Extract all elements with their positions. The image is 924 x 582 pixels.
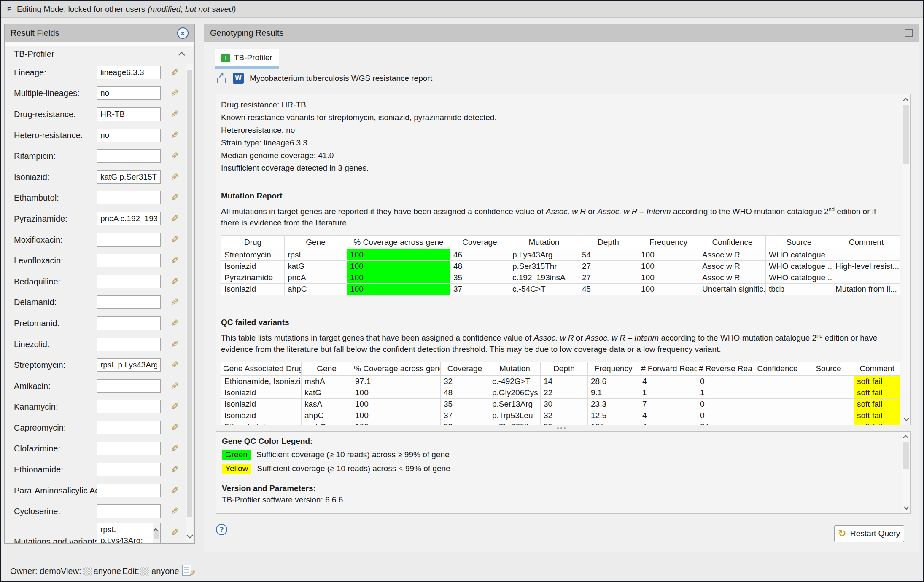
- chevron-up-icon[interactable]: [903, 435, 908, 440]
- textarea-scrollbar[interactable]: [153, 523, 160, 543]
- edit-pencil-icon[interactable]: ✎: [171, 108, 179, 120]
- column-header[interactable]: Comment: [854, 362, 900, 376]
- report-link-row[interactable]: ↗ W Mycobacterium tuberculosis WGS resis…: [216, 72, 432, 85]
- column-header[interactable]: Mutation: [489, 362, 541, 376]
- column-header[interactable]: # Reverse Rea...: [697, 362, 752, 376]
- field-input-lineage[interactable]: [97, 66, 161, 79]
- field-input-linezolid[interactable]: [97, 338, 161, 351]
- chevron-up-icon[interactable]: [903, 98, 908, 103]
- field-input-capreomycin[interactable]: [97, 421, 161, 434]
- view-value[interactable]: anyone: [94, 566, 121, 576]
- edit-pencil-icon[interactable]: ✎: [171, 88, 179, 99]
- edit-pencil-icon[interactable]: ✎: [171, 506, 179, 517]
- column-header[interactable]: Gene: [285, 236, 347, 249]
- column-header[interactable]: Confidence: [699, 236, 766, 249]
- help-icon[interactable]: ?: [216, 524, 227, 535]
- edit-pencil-icon[interactable]: ✎: [171, 234, 179, 245]
- field-input-isoniazid[interactable]: [97, 170, 161, 184]
- edit-pencil-icon[interactable]: ✎: [171, 129, 179, 141]
- field-input-amikacin[interactable]: [97, 379, 161, 393]
- edit-pencil-icon[interactable]: ✎: [171, 422, 179, 433]
- column-header[interactable]: Coverage: [450, 236, 509, 249]
- field-input-cycloserine[interactable]: [97, 504, 161, 518]
- legend-scrollbar[interactable]: [902, 432, 910, 513]
- column-header[interactable]: % Coverage across gene: [352, 362, 441, 376]
- field-input-moxifloxacin[interactable]: [97, 233, 161, 247]
- scrollbar-thumb[interactable]: [903, 442, 909, 469]
- column-header[interactable]: Frequency: [588, 362, 639, 376]
- column-header[interactable]: Source: [766, 236, 832, 249]
- chevron-down-icon[interactable]: [903, 416, 909, 421]
- field-input-drug-resistance[interactable]: [97, 107, 161, 121]
- table-cell: soft fail: [854, 410, 900, 421]
- edit-pencil-icon[interactable]: ✎: [171, 255, 179, 266]
- table-cell: c.192_193insA: [509, 272, 579, 284]
- edit-pencil-icon[interactable]: ✎: [171, 276, 179, 287]
- column-header[interactable]: Comment: [832, 236, 900, 249]
- edit-pencil-icon[interactable]: ✎: [171, 464, 179, 475]
- edit-pencil-icon[interactable]: ✎: [171, 192, 179, 204]
- restart-query-button[interactable]: ↻ Restart Query: [834, 525, 904, 542]
- field-input-ethambutol[interactable]: [97, 191, 161, 204]
- edit-permissions-icon[interactable]: ✎: [182, 565, 195, 577]
- scrollbar-thumb[interactable]: [154, 531, 159, 539]
- field-input-bedaquiline[interactable]: [97, 275, 161, 288]
- column-header[interactable]: Gene: [302, 362, 352, 376]
- field-textarea-mutations-and-variants[interactable]: rpsLp.Lys43Arg:: [97, 523, 161, 543]
- field-input-rifampicin[interactable]: [97, 149, 161, 163]
- edit-pencil-icon[interactable]: ✎: [171, 150, 179, 162]
- tab-tb-profiler[interactable]: T TB-Profiler: [215, 49, 279, 66]
- field-input-clofazimine[interactable]: [97, 442, 161, 455]
- scrollbar-thumb[interactable]: [187, 70, 192, 517]
- fields-scrollbar[interactable]: [186, 64, 193, 542]
- field-input-multiple-lineages[interactable]: [97, 86, 161, 100]
- report-scrollbar[interactable]: [902, 95, 910, 424]
- chevron-down-icon[interactable]: [186, 532, 193, 539]
- column-header[interactable]: Mutation: [509, 236, 579, 249]
- edit-pencil-icon[interactable]: ✎: [171, 485, 179, 496]
- edit-pencil-icon[interactable]: ✎: [171, 317, 179, 329]
- column-header[interactable]: Depth: [579, 236, 638, 249]
- field-input-streptomycin[interactable]: [97, 358, 161, 372]
- field-input-levofloxacin[interactable]: [97, 254, 161, 267]
- column-header[interactable]: Depth: [541, 362, 588, 376]
- column-header[interactable]: # Forward Reads: [639, 362, 697, 376]
- maximize-icon[interactable]: [905, 29, 913, 37]
- column-header[interactable]: Confidence: [752, 362, 803, 376]
- edit-pencil-icon[interactable]: ✎: [171, 401, 179, 413]
- edit-pencil-icon[interactable]: ✎: [171, 359, 179, 371]
- field-input-kanamycin[interactable]: [97, 400, 161, 413]
- edit-pencil-icon[interactable]: ✎: [171, 380, 179, 392]
- field-row: Delamanid:✎: [5, 292, 194, 313]
- column-header[interactable]: Drug: [221, 236, 285, 249]
- edit-pencil-icon[interactable]: ✎: [171, 443, 179, 454]
- edit-pencil-icon[interactable]: ✎: [171, 338, 179, 350]
- splitter-handle[interactable]: [204, 426, 919, 430]
- chevron-up-icon[interactable]: [178, 51, 185, 58]
- chevron-down-icon[interactable]: [903, 504, 909, 510]
- column-header[interactable]: Coverage: [441, 362, 489, 376]
- edit-pencil-icon[interactable]: ✎: [171, 67, 179, 78]
- export-report-icon[interactable]: ↗: [216, 73, 227, 84]
- scrollbar-thumb[interactable]: [903, 105, 909, 164]
- field-input-ethionamide[interactable]: [97, 463, 161, 476]
- field-input-pretomanid[interactable]: [97, 316, 161, 330]
- table-cell: 100: [638, 249, 699, 261]
- column-header[interactable]: Source: [803, 362, 854, 376]
- edit-pencil-icon[interactable]: ✎: [171, 527, 179, 539]
- column-header[interactable]: % Coverage across gene: [347, 236, 450, 249]
- column-header[interactable]: Frequency: [638, 236, 699, 249]
- edit-pencil-icon[interactable]: ✎: [171, 213, 179, 224]
- field-label: Kanamycin:: [14, 402, 58, 412]
- edit-pencil-icon[interactable]: ✎: [171, 171, 179, 182]
- column-header[interactable]: Gene Associated Drugs: [221, 362, 302, 376]
- modified-status-text: (modified, but not saved): [148, 5, 236, 14]
- field-input-delamanid[interactable]: [97, 295, 161, 309]
- edit-pencil-icon[interactable]: ✎: [171, 297, 179, 308]
- field-input-para-aminosalicylic-acid[interactable]: [97, 484, 161, 497]
- field-row: Linezolid:✎: [5, 334, 194, 355]
- edit-value[interactable]: anyone: [151, 566, 179, 576]
- field-input-hetero-resistance[interactable]: [97, 129, 161, 142]
- field-input-pyrazinamide[interactable]: [97, 212, 161, 225]
- collapse-panel-icon[interactable]: «: [177, 27, 189, 39]
